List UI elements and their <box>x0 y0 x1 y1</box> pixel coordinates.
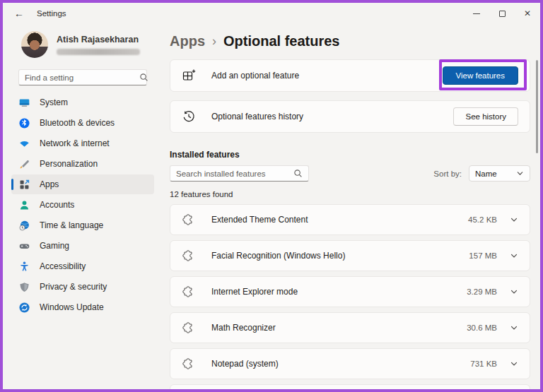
add-feature-label: Add an optional feature <box>211 71 299 81</box>
profile-email-redacted <box>57 49 140 55</box>
feature-size: 157 MB <box>469 251 497 260</box>
sidebar-item-bluetooth-devices[interactable]: Bluetooth & devices <box>11 113 154 133</box>
sidebar-item-accounts[interactable]: Accounts <box>11 195 154 215</box>
settings-search-input[interactable] <box>19 73 139 82</box>
see-history-button[interactable]: See history <box>453 107 518 126</box>
sidebar-item-label: Accounts <box>40 200 74 210</box>
titlebar: ← Settings ✕ <box>3 3 540 24</box>
feature-list: Extended Theme Content 45.2 KB Facial Re… <box>170 204 530 392</box>
feature-name: Facial Recognition (Windows Hello) <box>211 251 345 261</box>
sidebar-item-gaming[interactable]: Gaming <box>11 236 154 256</box>
filter-row: Sort by: Name <box>170 165 530 182</box>
back-button[interactable]: ← <box>7 4 31 23</box>
globe-clock-icon <box>18 220 30 232</box>
feature-name: Internet Explorer mode <box>211 287 298 297</box>
minimize-icon <box>473 13 480 14</box>
puzzle-icon <box>182 321 194 334</box>
feature-row-internet-explorer-mode[interactable]: Internet Explorer mode 3.29 MB <box>170 276 530 307</box>
person-icon <box>18 199 30 211</box>
feature-size: 30.6 MB <box>467 323 497 332</box>
avatar <box>21 31 48 58</box>
bluetooth-icon <box>18 117 30 129</box>
sidebar-item-label: Privacy & security <box>40 282 107 292</box>
chevron-down-icon[interactable] <box>510 251 518 260</box>
search-icon <box>293 169 303 178</box>
feature-row-partial[interactable] <box>170 384 530 392</box>
installed-search-input[interactable] <box>170 170 293 178</box>
feature-row-math-recognizer[interactable]: Math Recognizer 30.6 MB <box>170 312 530 343</box>
chevron-down-icon[interactable] <box>510 215 518 224</box>
chevron-down-icon[interactable] <box>510 287 518 296</box>
profile-area[interactable]: Atish Rajasekharan <box>21 31 150 58</box>
feature-name: Notepad (system) <box>211 359 279 369</box>
profile-texts: Atish Rajasekharan <box>57 35 140 55</box>
maximize-icon <box>499 11 506 17</box>
sidebar-item-time-language[interactable]: Time & language <box>11 215 154 235</box>
chevron-down-icon[interactable] <box>510 323 518 332</box>
features-history-card: Optional features history See history <box>170 100 530 133</box>
puzzle-icon <box>182 213 194 226</box>
breadcrumb-apps[interactable]: Apps <box>170 33 205 49</box>
history-icon <box>182 109 196 124</box>
update-arrows-icon <box>18 302 30 314</box>
feature-row-extended-theme-content[interactable]: Extended Theme Content 45.2 KB <box>170 204 530 235</box>
shield-icon <box>18 281 30 293</box>
accessibility-person-icon <box>18 261 30 273</box>
sort-group: Sort by: Name <box>433 165 530 182</box>
maximize-button[interactable] <box>489 3 515 24</box>
search-icon <box>139 73 148 82</box>
feature-name: Math Recognizer <box>211 323 276 333</box>
feature-row-facial-recognition[interactable]: Facial Recognition (Windows Hello) 157 M… <box>170 240 530 271</box>
history-label: Optional features history <box>211 112 303 121</box>
sidebar: Atish Rajasekharan System Bluetooth <box>3 24 163 389</box>
close-button[interactable]: ✕ <box>515 3 540 24</box>
minimize-button[interactable] <box>464 3 489 24</box>
apps-icon <box>18 179 30 191</box>
close-icon: ✕ <box>524 8 531 18</box>
sidebar-item-label: System <box>40 97 68 107</box>
sidebar-item-system[interactable]: System <box>11 93 154 112</box>
system-icon <box>18 97 30 109</box>
chevron-down-icon[interactable] <box>510 360 518 368</box>
feature-row-notepad-system[interactable]: Notepad (system) 731 KB <box>170 348 530 379</box>
page-title: Optional features <box>223 33 339 49</box>
sidebar-item-network-internet[interactable]: Network & internet <box>11 133 154 153</box>
features-count: 12 features found <box>170 190 530 198</box>
add-feature-icon <box>182 69 196 83</box>
add-optional-feature-card: Add an optional feature View features <box>170 59 530 92</box>
installed-features-title: Installed features <box>170 150 530 160</box>
sidebar-item-label: Apps <box>40 179 59 189</box>
sidebar-item-label: Bluetooth & devices <box>40 118 115 128</box>
installed-search-box <box>170 165 309 182</box>
breadcrumb: Apps › Optional features <box>170 33 530 49</box>
sort-by-label: Sort by: <box>433 170 462 178</box>
main-content: Apps › Optional features Add an optional… <box>170 24 530 389</box>
window-controls: ✕ <box>464 3 540 24</box>
paintbrush-icon <box>18 158 30 170</box>
feature-name: Extended Theme Content <box>211 215 308 225</box>
view-features-button[interactable]: View features <box>443 66 518 85</box>
sidebar-item-personalization[interactable]: Personalization <box>11 154 154 174</box>
scrollbar-thumb[interactable] <box>536 60 538 153</box>
sort-dropdown[interactable]: Name <box>469 165 530 182</box>
feature-size: 3.29 MB <box>467 287 497 296</box>
feature-size: 45.2 KB <box>468 215 497 224</box>
sort-value: Name <box>475 170 516 178</box>
screenshot-frame: ← Settings ✕ Atish Rajasekharan <box>0 0 543 392</box>
sidebar-item-apps[interactable]: Apps <box>11 174 154 194</box>
back-arrow-icon: ← <box>14 8 24 19</box>
sidebar-nav: System Bluetooth & devices Network & int… <box>3 93 163 317</box>
sidebar-item-label: Personalization <box>40 159 98 169</box>
puzzle-icon <box>182 357 194 370</box>
sidebar-item-accessibility[interactable]: Accessibility <box>11 256 154 276</box>
profile-name: Atish Rajasekharan <box>57 35 140 44</box>
sidebar-item-label: Accessibility <box>40 261 86 271</box>
sidebar-item-label: Time & language <box>40 220 103 230</box>
sidebar-item-windows-update[interactable]: Windows Update <box>11 297 154 317</box>
sidebar-item-label: Windows Update <box>40 302 104 312</box>
sidebar-item-privacy-security[interactable]: Privacy & security <box>11 277 154 297</box>
game-controller-icon <box>18 240 30 252</box>
chevron-down-icon <box>516 170 524 177</box>
wifi-icon <box>18 138 30 150</box>
feature-size: 731 KB <box>470 360 497 368</box>
